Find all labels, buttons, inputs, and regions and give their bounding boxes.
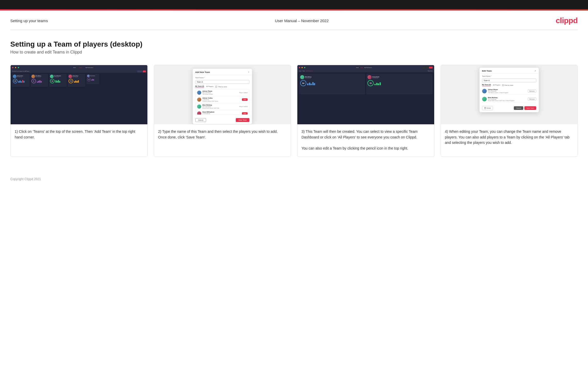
tab-all-players[interactable]: All Players — [206, 86, 213, 88]
dialog-add-player-4[interactable]: Add — [242, 112, 248, 115]
avatar-2 — [31, 75, 35, 78]
bar-1-3 — [21, 81, 22, 83]
tab-my-team[interactable]: My Team (2) — [195, 85, 204, 88]
edit-avatar-2 — [482, 97, 487, 101]
dialog-save-button[interactable]: Save Team — [236, 118, 249, 122]
card-3-screenshot: Home Teams My Performance Import Teams — [297, 65, 434, 124]
add-btn — [143, 71, 146, 72]
bar-3-1 — [55, 80, 56, 83]
card-4-description: 4) When editing your Team, you can chang… — [445, 129, 570, 145]
pclub-2: Plus Handicap — [36, 76, 41, 77]
edit-player-detail2-1: The Show London, United Kingdom — [488, 92, 527, 93]
player-top-1: Adrian Collins Plus Handicap — [13, 75, 29, 78]
mock-player-2: Blair McHarg Plus Handicap 0 — [31, 74, 48, 87]
avatar-1 — [13, 75, 16, 78]
card-3-description: 3) This Team will then be created. You c… — [301, 129, 418, 150]
edit-avatar-1 — [482, 89, 487, 93]
filter-btn — [137, 71, 142, 72]
mock-edit-dialog: Edit Team × Team Name * My Team (2) All … — [441, 65, 578, 124]
pclub-1: Plus Handicap — [17, 76, 23, 77]
edit-remove-button-2[interactable]: Remove — [528, 98, 536, 101]
mock-player-cards: Adrian Collins Plus Handicap 84 — [11, 73, 147, 88]
dialog-avatar-2 — [197, 98, 201, 102]
score-circle-1: 84 — [13, 79, 18, 83]
player-name-1: Adrian Collins Plus Handicap — [17, 75, 23, 77]
card-3: Home Teams My Performance Import Teams — [297, 65, 434, 157]
edit-dialog-close-icon[interactable]: × — [535, 69, 536, 72]
bar-5-2 — [92, 79, 93, 81]
edit-filter-checkbox[interactable] — [502, 84, 504, 86]
card-1-description: 1) Click on 'Teams' at the top of the sc… — [15, 129, 135, 139]
edit-dialog-title: Edit Team — [482, 70, 492, 72]
mock-dashboard: Home Teams My Performance Showing 4 out … — [11, 65, 147, 124]
dialog-team-name-input[interactable] — [195, 80, 249, 84]
dialog-add-player-2[interactable]: Add — [242, 98, 248, 101]
page-footer: Copyright Clippd 2021 — [0, 175, 588, 186]
dot-green — [18, 67, 19, 68]
filter-checkbox[interactable] — [215, 86, 217, 88]
dialog-player-row-1: Adrian Player Plus Handicap The Show Lon… — [196, 89, 249, 96]
edit-delete-button[interactable]: Delete — [482, 106, 493, 110]
edit-team-name-input[interactable] — [482, 78, 536, 82]
bar-3-2 — [57, 81, 58, 83]
bar-1-4 — [22, 80, 23, 83]
edit-player-info-2: Blair McHarg Plus Handicap Royal North D… — [488, 97, 527, 101]
edit-tab-my-team[interactable]: My Team (2) — [482, 84, 491, 86]
dialog-player-info-3: Blair McHarg Plus Handicap Royal North D… — [203, 104, 238, 109]
card-2-description: 2) Type the name of this Team and then s… — [158, 129, 278, 139]
edit-save-button[interactable]: Save Team — [524, 106, 536, 110]
bar-b-4 — [380, 82, 381, 85]
card-1: Home Teams My Performance Showing 4 out … — [10, 65, 148, 157]
bar-3-4 — [59, 81, 60, 83]
dialog-player-row-3: Blair McHarg Plus Handicap Royal North D… — [196, 103, 249, 110]
player-top-4: Adrian Player Plus Handicap — [69, 75, 85, 78]
edit-right-buttons: Cancel Save Team — [514, 106, 536, 110]
card-1-text: 1) Click on 'Teams' at the top of the sc… — [11, 124, 147, 156]
edit-player-detail2-2: Royal North Devon Golf Club, United King… — [488, 100, 527, 101]
bar-1-2 — [20, 81, 21, 83]
bar-1-5 — [23, 81, 24, 83]
dialog-tabs: My Team (2) All Players Filter by name — [195, 85, 249, 88]
mock3-controls — [423, 67, 433, 68]
mock-topbar: Home Teams My Performance — [11, 65, 147, 70]
dialog-avatar-3 — [197, 104, 201, 109]
player-score-row-3: 94 — [50, 79, 66, 83]
cards-grid: Home Teams My Performance Showing 4 out … — [10, 65, 578, 157]
mock3-avatar-b — [367, 75, 372, 79]
dialog-body: Team Name * My Team (2) All Players Filt… — [193, 75, 252, 117]
mock-team-dashboard: Home Teams My Performance Import Teams — [297, 65, 434, 124]
dialog-player-loc-2: Central London Golf Centre — [203, 100, 241, 102]
sub-myperf: My Performance — [306, 71, 313, 72]
avatar-3 — [50, 75, 54, 78]
mock3-bars-b — [374, 81, 431, 85]
bar-b-1 — [374, 84, 376, 85]
card-2-text: 2) Type the name of this Team and then s… — [154, 124, 291, 156]
edit-tab-all-players[interactable]: All Players — [493, 84, 500, 86]
dialog-header: Add New Team × — [193, 69, 252, 75]
dialog-cancel-button[interactable]: Cancel — [195, 118, 206, 122]
bar-b-2 — [376, 83, 377, 85]
edit-remove-button-1[interactable]: Remove — [528, 90, 536, 93]
header-section-label: Setting up your teams — [10, 19, 48, 23]
dialog-player-info-2: Adrian Coliba 1 Handicap Central London … — [203, 97, 241, 102]
filter-label: Filter by name — [218, 86, 227, 88]
bar-4-3 — [77, 81, 78, 83]
copyright-text: Copyright Clippd 2021 — [10, 177, 41, 181]
delete-icon — [484, 107, 486, 109]
dot3-yellow — [301, 67, 303, 68]
edit-cancel-button[interactable]: Cancel — [514, 106, 523, 110]
bar-2-4 — [41, 81, 42, 83]
mock3-info-b: Richard Butler Plus Handicap — [372, 76, 431, 78]
edit-dialog-body: Team Name * My Team (2) All Players Filt… — [480, 74, 539, 104]
edit-footer: Delete Cancel Save Team — [480, 104, 539, 112]
dialog-close-icon[interactable]: × — [248, 71, 249, 73]
nav3-teams: Teams — [360, 67, 363, 68]
mock3-ptop-b: Richard Butler Plus Handicap — [367, 75, 431, 79]
bar-a-5 — [314, 83, 315, 85]
filter-controls — [137, 71, 146, 72]
mock-nav-items: Home Teams My Performance — [21, 66, 146, 69]
player-top-2: Blair McHarg Plus Handicap — [31, 75, 47, 78]
player-score-row-1: 84 — [13, 79, 29, 83]
dialog-add-title: Add New Team — [195, 71, 210, 73]
bar-4-2 — [75, 81, 76, 83]
